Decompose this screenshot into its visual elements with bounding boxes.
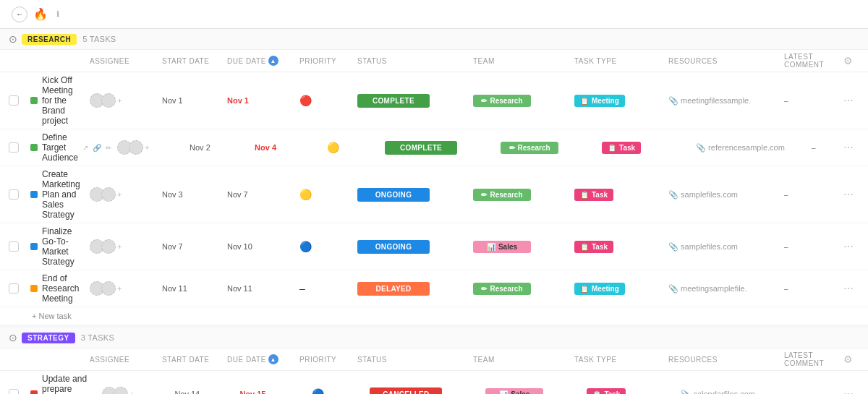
status-badge: CANCELLED <box>370 387 442 395</box>
task-assignee[interactable]: + <box>114 140 187 155</box>
info-icon[interactable]: ℹ <box>56 9 59 19</box>
task-status[interactable]: ONGOING <box>354 188 470 202</box>
task-settings[interactable]: ⋯ <box>841 142 862 153</box>
task-type[interactable]: 📋 Task <box>571 189 665 201</box>
resource-link: 📎 samplefiles.com <box>668 190 738 199</box>
task-type[interactable]: 📋 Task <box>584 388 678 395</box>
checkbox-input[interactable] <box>9 95 19 106</box>
row-settings-icon[interactable]: ⋯ <box>843 241 854 252</box>
task-checkbox[interactable] <box>6 95 27 106</box>
link-icon[interactable]: 🔗 <box>93 144 101 152</box>
due-date-value: Nov 11 <box>227 284 252 293</box>
task-start-date: Nov 14 <box>171 390 237 394</box>
task-resource[interactable]: 📎 meetingfilessample. <box>665 96 781 106</box>
task-settings[interactable]: ⋯ <box>841 95 862 106</box>
task-settings[interactable]: ⋯ <box>841 388 862 394</box>
task-priority[interactable]: – <box>297 283 354 294</box>
task-status[interactable]: ONGOING <box>354 240 470 254</box>
comment-text: – <box>796 390 801 394</box>
section-badge-research: RESEARCH <box>22 34 77 45</box>
back-button[interactable]: ← <box>12 7 27 22</box>
task-team[interactable]: ✏ Research <box>470 189 571 201</box>
task-team[interactable]: 📊 Sales <box>482 388 584 395</box>
row-settings-icon[interactable]: ⋯ <box>843 283 854 294</box>
settings-icon[interactable]: ⚙ <box>843 354 854 365</box>
task-row[interactable]: Create Marketing Plan and Sales Strategy… <box>0 166 868 223</box>
checkbox-input[interactable] <box>9 389 19 394</box>
task-priority[interactable]: 🔴 <box>297 95 354 106</box>
priority-icon: 🟡 <box>327 142 339 153</box>
pencil-icon[interactable]: ✏ <box>106 144 111 152</box>
task-assignee[interactable]: + <box>87 281 159 296</box>
task-team[interactable]: ✏ Research <box>470 95 571 107</box>
row-settings-icon[interactable]: ⋯ <box>843 142 854 153</box>
team-badge: ✏ Research <box>473 189 531 201</box>
task-checkbox[interactable] <box>6 283 27 294</box>
checkbox-input[interactable] <box>9 142 19 153</box>
task-priority[interactable]: 🟡 <box>297 189 354 200</box>
task-start-date: Nov 11 <box>159 284 224 293</box>
task-checkbox[interactable] <box>6 241 27 252</box>
task-checkbox[interactable] <box>6 142 27 153</box>
add-assignee-icon[interactable]: + <box>117 242 122 251</box>
task-checkbox[interactable] <box>6 189 27 200</box>
row-settings-icon[interactable]: ⋯ <box>843 95 854 106</box>
checkbox-input[interactable] <box>9 241 19 252</box>
start-date-col: START DATE <box>159 356 224 364</box>
task-row[interactable]: Kick Off Meeting for the Brand project +… <box>0 72 868 129</box>
task-priority[interactable]: 🟡 <box>324 142 382 153</box>
task-status[interactable]: DELAYED <box>354 282 470 296</box>
task-type-badge: 📋 Task <box>574 241 613 253</box>
add-assignee-icon[interactable]: + <box>117 284 122 293</box>
task-resource[interactable]: 📎 samplefiles.com <box>665 190 781 200</box>
task-row[interactable]: End of Research Meeting + Nov 11 Nov 11 <box>0 270 868 307</box>
task-team[interactable]: ✏ Research <box>470 283 571 295</box>
task-resource[interactable]: 📎 referencesample.com <box>693 143 809 153</box>
task-assignee[interactable]: + <box>99 387 171 394</box>
task-type[interactable]: 📋 Meeting <box>571 95 665 107</box>
section-toggle-research[interactable]: ⊙ <box>9 33 17 45</box>
task-settings[interactable]: ⋯ <box>841 283 862 294</box>
add-assignee-icon[interactable]: + <box>117 96 122 105</box>
row-settings-icon[interactable]: ⋯ <box>843 388 854 394</box>
task-row[interactable]: Finalize Go-To-Market Strategy + Nov 7 N… <box>0 223 868 270</box>
task-type[interactable]: 📋 Task <box>571 241 665 253</box>
task-checkbox[interactable] <box>6 389 27 394</box>
task-status[interactable]: COMPLETE <box>354 94 470 108</box>
comment-text: – <box>812 144 816 152</box>
resource-link: 📎 calendarfiles.com <box>681 390 755 395</box>
task-status[interactable]: CANCELLED <box>367 387 482 395</box>
add-assignee-icon[interactable]: + <box>145 143 149 152</box>
task-status[interactable]: COMPLETE <box>382 141 498 155</box>
assignee-avatar-group: + <box>90 93 156 108</box>
checkbox-input[interactable] <box>9 283 19 294</box>
task-assignee[interactable]: + <box>87 239 159 254</box>
avatar <box>101 239 116 254</box>
task-row[interactable]: Update and prepare advertisement calenda… <box>0 371 868 394</box>
checkbox-input[interactable] <box>9 189 19 200</box>
task-type[interactable]: 📋 Task <box>599 142 693 154</box>
task-priority[interactable]: 🔵 <box>309 388 367 394</box>
task-team[interactable]: 📊 Sales <box>470 241 571 253</box>
task-team[interactable]: ✏ Research <box>498 142 599 154</box>
status-col: STATUS <box>354 356 470 364</box>
task-type[interactable]: 📋 Meeting <box>571 283 665 295</box>
row-settings-icon[interactable]: ⋯ <box>843 189 854 200</box>
new-task-row[interactable]: + New task <box>0 307 868 325</box>
settings-icon[interactable]: ⚙ <box>843 55 854 67</box>
task-settings[interactable]: ⋯ <box>841 189 862 200</box>
share-icon[interactable]: ↗ <box>82 144 88 152</box>
add-assignee-icon[interactable]: + <box>129 390 134 394</box>
add-assignee-icon[interactable]: + <box>117 190 122 199</box>
section-toggle-strategy[interactable]: ⊙ <box>9 332 17 343</box>
task-assignee[interactable]: + <box>87 93 159 108</box>
task-resource[interactable]: 📎 samplefiles.com <box>665 242 781 252</box>
task-row[interactable]: Define Target Audience ↗🔗✏ + Nov 2 Nov 4 <box>0 129 868 166</box>
task-assignee[interactable]: + <box>87 187 159 202</box>
task-resource[interactable]: 📎 calendarfiles.com <box>678 390 793 395</box>
task-priority[interactable]: 🔵 <box>297 241 354 252</box>
sort-icon[interactable]: ▲ <box>268 354 278 364</box>
task-settings[interactable]: ⋯ <box>841 241 862 252</box>
sort-icon[interactable]: ▲ <box>268 56 278 66</box>
task-resource[interactable]: 📎 meetingsamplefile. <box>665 284 781 294</box>
